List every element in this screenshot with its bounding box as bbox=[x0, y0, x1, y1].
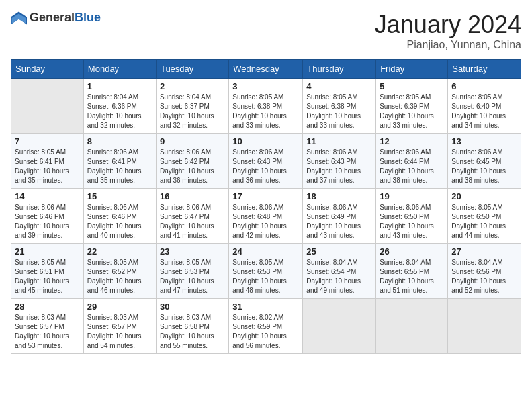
day-number: 1 bbox=[87, 81, 152, 91]
calendar-cell: 1 Sunrise: 8:04 AM Sunset: 6:36 PM Dayli… bbox=[83, 79, 156, 134]
day-info: Sunrise: 8:06 AM Sunset: 6:42 PM Dayligh… bbox=[160, 148, 225, 185]
calendar-cell: 9 Sunrise: 8:06 AM Sunset: 6:42 PM Dayli… bbox=[156, 134, 228, 189]
day-number: 30 bbox=[160, 302, 225, 312]
day-info: Sunrise: 8:06 AM Sunset: 6:46 PM Dayligh… bbox=[15, 203, 80, 240]
calendar-cell: 13 Sunrise: 8:06 AM Sunset: 6:45 PM Dayl… bbox=[448, 134, 521, 189]
day-info: Sunrise: 8:05 AM Sunset: 6:41 PM Dayligh… bbox=[15, 148, 80, 185]
weekday-row: SundayMondayTuesdayWednesdayThursdayFrid… bbox=[11, 60, 521, 79]
month-title: January 2024 bbox=[375, 11, 521, 39]
day-info: Sunrise: 8:04 AM Sunset: 6:36 PM Dayligh… bbox=[87, 93, 152, 130]
day-number: 17 bbox=[232, 191, 299, 201]
calendar-cell: 7 Sunrise: 8:05 AM Sunset: 6:41 PM Dayli… bbox=[11, 134, 84, 189]
day-info: Sunrise: 8:06 AM Sunset: 6:43 PM Dayligh… bbox=[232, 148, 299, 185]
calendar-cell: 2 Sunrise: 8:04 AM Sunset: 6:37 PM Dayli… bbox=[156, 79, 228, 134]
weekday-header: Sunday bbox=[11, 60, 84, 79]
day-number: 15 bbox=[87, 191, 152, 201]
calendar-cell: 12 Sunrise: 8:06 AM Sunset: 6:44 PM Dayl… bbox=[376, 134, 448, 189]
day-info: Sunrise: 8:05 AM Sunset: 6:52 PM Dayligh… bbox=[87, 258, 152, 295]
day-number: 7 bbox=[15, 136, 80, 146]
day-number: 20 bbox=[451, 191, 517, 201]
day-info: Sunrise: 8:06 AM Sunset: 6:46 PM Dayligh… bbox=[87, 203, 152, 240]
calendar-cell: 14 Sunrise: 8:06 AM Sunset: 6:46 PM Dayl… bbox=[11, 189, 84, 244]
day-info: Sunrise: 8:06 AM Sunset: 6:47 PM Dayligh… bbox=[160, 203, 225, 240]
day-info: Sunrise: 8:03 AM Sunset: 6:57 PM Dayligh… bbox=[15, 313, 80, 351]
day-info: Sunrise: 8:04 AM Sunset: 6:56 PM Dayligh… bbox=[451, 258, 517, 295]
day-number: 26 bbox=[380, 246, 444, 257]
day-info: Sunrise: 8:04 AM Sunset: 6:54 PM Dayligh… bbox=[306, 258, 372, 295]
day-number: 5 bbox=[380, 81, 444, 91]
day-info: Sunrise: 8:03 AM Sunset: 6:57 PM Dayligh… bbox=[87, 313, 152, 351]
title-block: January 2024 Pianjiao, Yunnan, China bbox=[375, 11, 521, 51]
weekday-header: Saturday bbox=[448, 60, 521, 79]
calendar-cell: 4 Sunrise: 8:05 AM Sunset: 6:38 PM Dayli… bbox=[303, 79, 376, 134]
calendar-cell: 24 Sunrise: 8:05 AM Sunset: 6:53 PM Dayl… bbox=[229, 244, 303, 299]
weekday-header: Friday bbox=[376, 60, 448, 79]
day-info: Sunrise: 8:02 AM Sunset: 6:59 PM Dayligh… bbox=[232, 313, 299, 351]
day-info: Sunrise: 8:06 AM Sunset: 6:43 PM Dayligh… bbox=[306, 148, 372, 185]
calendar-cell bbox=[376, 299, 448, 354]
day-number: 28 bbox=[15, 302, 80, 312]
day-number: 24 bbox=[232, 246, 299, 257]
weekday-header: Wednesday bbox=[229, 60, 303, 79]
weekday-header: Monday bbox=[83, 60, 156, 79]
calendar-week-row: 1 Sunrise: 8:04 AM Sunset: 6:36 PM Dayli… bbox=[11, 79, 521, 134]
day-number: 27 bbox=[451, 246, 517, 257]
day-info: Sunrise: 8:05 AM Sunset: 6:39 PM Dayligh… bbox=[380, 93, 444, 130]
calendar-cell: 6 Sunrise: 8:05 AM Sunset: 6:40 PM Dayli… bbox=[448, 79, 521, 134]
calendar-week-row: 14 Sunrise: 8:06 AM Sunset: 6:46 PM Dayl… bbox=[11, 189, 521, 244]
page-header: GeneralBlue January 2024 Pianjiao, Yunna… bbox=[11, 11, 521, 51]
day-number: 8 bbox=[87, 136, 152, 146]
calendar-week-row: 7 Sunrise: 8:05 AM Sunset: 6:41 PM Dayli… bbox=[11, 134, 521, 189]
day-info: Sunrise: 8:04 AM Sunset: 6:55 PM Dayligh… bbox=[380, 258, 444, 295]
calendar-cell: 3 Sunrise: 8:05 AM Sunset: 6:38 PM Dayli… bbox=[229, 79, 303, 134]
calendar-cell: 17 Sunrise: 8:06 AM Sunset: 6:48 PM Dayl… bbox=[229, 189, 303, 244]
calendar-cell bbox=[448, 299, 521, 354]
day-number: 21 bbox=[15, 246, 80, 257]
day-info: Sunrise: 8:06 AM Sunset: 6:45 PM Dayligh… bbox=[451, 148, 517, 185]
calendar-cell: 8 Sunrise: 8:06 AM Sunset: 6:41 PM Dayli… bbox=[83, 134, 156, 189]
calendar-cell: 22 Sunrise: 8:05 AM Sunset: 6:52 PM Dayl… bbox=[83, 244, 156, 299]
day-info: Sunrise: 8:05 AM Sunset: 6:51 PM Dayligh… bbox=[15, 258, 80, 295]
day-number: 14 bbox=[15, 191, 80, 201]
calendar-cell: 11 Sunrise: 8:06 AM Sunset: 6:43 PM Dayl… bbox=[303, 134, 376, 189]
day-number: 6 bbox=[451, 81, 517, 91]
calendar-week-row: 21 Sunrise: 8:05 AM Sunset: 6:51 PM Dayl… bbox=[11, 244, 521, 299]
day-info: Sunrise: 8:06 AM Sunset: 6:49 PM Dayligh… bbox=[306, 203, 372, 240]
calendar-cell: 26 Sunrise: 8:04 AM Sunset: 6:55 PM Dayl… bbox=[376, 244, 448, 299]
calendar-cell: 30 Sunrise: 8:03 AM Sunset: 6:58 PM Dayl… bbox=[156, 299, 228, 354]
day-number: 23 bbox=[160, 246, 225, 257]
calendar-cell: 27 Sunrise: 8:04 AM Sunset: 6:56 PM Dayl… bbox=[448, 244, 521, 299]
day-info: Sunrise: 8:05 AM Sunset: 6:50 PM Dayligh… bbox=[451, 203, 517, 240]
day-info: Sunrise: 8:06 AM Sunset: 6:41 PM Dayligh… bbox=[87, 148, 152, 185]
calendar-cell: 20 Sunrise: 8:05 AM Sunset: 6:50 PM Dayl… bbox=[448, 189, 521, 244]
day-info: Sunrise: 8:03 AM Sunset: 6:58 PM Dayligh… bbox=[160, 313, 225, 351]
day-info: Sunrise: 8:06 AM Sunset: 6:44 PM Dayligh… bbox=[380, 148, 444, 185]
day-info: Sunrise: 8:06 AM Sunset: 6:50 PM Dayligh… bbox=[380, 203, 444, 240]
calendar-cell: 21 Sunrise: 8:05 AM Sunset: 6:51 PM Dayl… bbox=[11, 244, 84, 299]
calendar-cell: 31 Sunrise: 8:02 AM Sunset: 6:59 PM Dayl… bbox=[229, 299, 303, 354]
calendar-cell: 29 Sunrise: 8:03 AM Sunset: 6:57 PM Dayl… bbox=[83, 299, 156, 354]
calendar-cell: 10 Sunrise: 8:06 AM Sunset: 6:43 PM Dayl… bbox=[229, 134, 303, 189]
logo-general: General bbox=[30, 11, 75, 24]
weekday-header: Thursday bbox=[303, 60, 376, 79]
day-info: Sunrise: 8:06 AM Sunset: 6:48 PM Dayligh… bbox=[232, 203, 299, 240]
day-number: 4 bbox=[306, 81, 372, 91]
day-number: 18 bbox=[306, 191, 372, 201]
day-info: Sunrise: 8:05 AM Sunset: 6:53 PM Dayligh… bbox=[232, 258, 299, 295]
logo-blue: Blue bbox=[75, 11, 101, 24]
calendar-cell: 16 Sunrise: 8:06 AM Sunset: 6:47 PM Dayl… bbox=[156, 189, 228, 244]
day-info: Sunrise: 8:05 AM Sunset: 6:38 PM Dayligh… bbox=[306, 93, 372, 130]
day-number: 13 bbox=[451, 136, 517, 146]
day-info: Sunrise: 8:04 AM Sunset: 6:37 PM Dayligh… bbox=[160, 93, 225, 130]
day-number: 2 bbox=[160, 81, 225, 91]
calendar-cell: 15 Sunrise: 8:06 AM Sunset: 6:46 PM Dayl… bbox=[83, 189, 156, 244]
day-number: 16 bbox=[160, 191, 225, 201]
day-number: 29 bbox=[87, 302, 152, 312]
day-number: 11 bbox=[306, 136, 372, 146]
calendar-header: SundayMondayTuesdayWednesdayThursdayFrid… bbox=[11, 60, 521, 79]
weekday-header: Tuesday bbox=[156, 60, 228, 79]
calendar-cell: 5 Sunrise: 8:05 AM Sunset: 6:39 PM Dayli… bbox=[376, 79, 448, 134]
location-title: Pianjiao, Yunnan, China bbox=[375, 39, 521, 51]
day-number: 25 bbox=[306, 246, 372, 257]
logo-icon bbox=[11, 11, 27, 25]
